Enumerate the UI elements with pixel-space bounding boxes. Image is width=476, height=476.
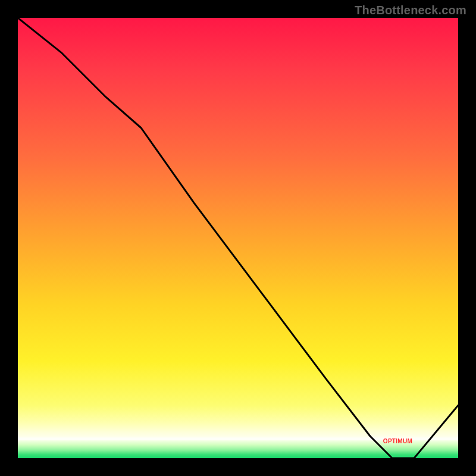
optimum-label: OPTIMUM [383, 438, 412, 444]
watermark-text: TheBottleneck.com [355, 4, 466, 17]
chart-stage: TheBottleneck.com OPTIMUM [0, 0, 476, 476]
plot-area: OPTIMUM [18, 18, 458, 458]
bottleneck-curve [18, 18, 458, 458]
